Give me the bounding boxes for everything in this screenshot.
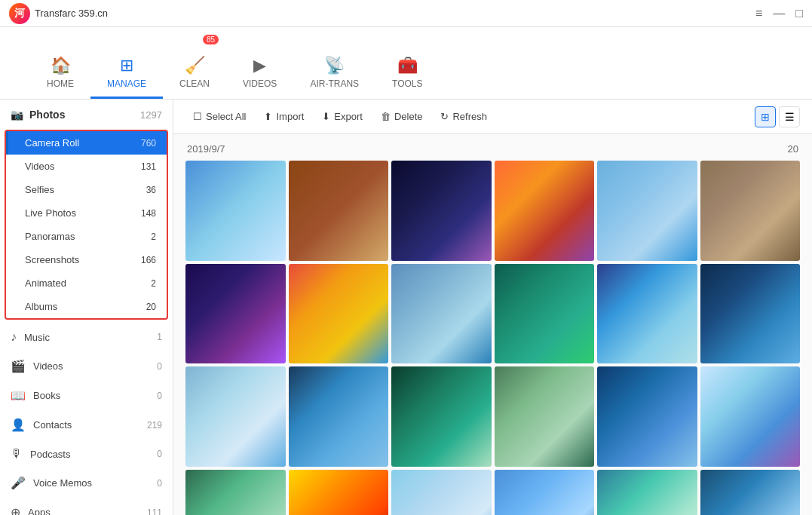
nav-clean[interactable]: 85 🧹 CLEAN xyxy=(163,27,226,99)
camera-roll-count: 760 xyxy=(141,138,156,149)
animated-count: 2 xyxy=(151,278,156,289)
export-label: Export xyxy=(334,111,363,122)
import-button[interactable]: ⬆ Import xyxy=(256,107,311,126)
photo-cell[interactable] xyxy=(597,366,697,467)
nav-home[interactable]: 🏠 HOME xyxy=(30,27,90,99)
sidebar-item-books[interactable]: 📖 Books 0 xyxy=(0,381,173,410)
grid-view-button[interactable]: ⊞ xyxy=(755,106,776,127)
nav-manage[interactable]: ⊞ MANAGE xyxy=(90,27,163,99)
refresh-label: Refresh xyxy=(452,111,487,122)
sidebar-item-animated[interactable]: Animated 2 xyxy=(6,271,167,295)
podcasts-icon: 🎙 xyxy=(11,447,23,461)
select-all-button[interactable]: ☐ Select All xyxy=(185,107,253,126)
albums-label: Albums xyxy=(25,301,57,312)
photo-cell[interactable] xyxy=(185,264,286,364)
sidebar-item-panoramas[interactable]: Panoramas 2 xyxy=(6,225,167,248)
checkbox-icon: ☐ xyxy=(193,111,202,122)
podcasts-count: 0 xyxy=(157,449,162,459)
sidebar-item-apps[interactable]: ⊕ Apps 111 xyxy=(0,498,173,515)
window-controls[interactable]: ≡ — □ xyxy=(755,7,803,20)
photo-cell[interactable] xyxy=(495,366,595,467)
nav-videos[interactable]: ▶ VIDEOS xyxy=(226,27,293,99)
export-icon: ⬇ xyxy=(322,111,330,122)
photo-cell[interactable] xyxy=(289,366,389,467)
voice-memos-count: 0 xyxy=(157,478,162,489)
photo-cell[interactable] xyxy=(495,161,595,261)
photos-section-header: 📷 Photos 1297 xyxy=(0,100,173,127)
app-logo: 河 Transfarc 359.cn xyxy=(9,3,108,24)
photo-cell[interactable] xyxy=(289,264,389,364)
sidebar-item-music[interactable]: ♪ Music 1 xyxy=(0,323,173,351)
photo-cell[interactable] xyxy=(391,161,492,261)
sidebar-item-albums[interactable]: Albums 20 xyxy=(6,295,167,318)
selfies-label: Selfies xyxy=(25,184,54,195)
nav-tools[interactable]: 🧰 TOOLS xyxy=(375,27,439,99)
photo-cell[interactable] xyxy=(289,470,389,516)
videos-label: Videos xyxy=(25,161,55,172)
clean-icon: 🧹 xyxy=(185,56,205,75)
nav-clean-label: CLEAN xyxy=(179,78,210,89)
photo-cell[interactable] xyxy=(700,470,801,516)
nav-videos-label: VIDEOS xyxy=(243,78,277,89)
toolbar: ☐ Select All ⬆ Import ⬇ Export 🗑 Delete … xyxy=(173,100,812,134)
voice-memos-icon: 🎤 xyxy=(11,476,26,490)
photo-cell[interactable] xyxy=(700,264,801,364)
maximize-icon[interactable]: □ xyxy=(795,7,803,20)
photo-cell[interactable] xyxy=(597,470,697,516)
logo-icon: 河 xyxy=(9,3,30,24)
air-trans-icon: 📡 xyxy=(324,56,345,75)
nav-tools-label: TOOLS xyxy=(392,78,422,89)
nav-home-label: HOME xyxy=(47,78,74,89)
trash-icon: 🗑 xyxy=(381,111,391,122)
photo-cell[interactable] xyxy=(495,264,595,364)
screenshots-label: Screenshots xyxy=(25,254,79,265)
music-icon: ♪ xyxy=(11,330,17,344)
photo-cell[interactable] xyxy=(185,470,286,516)
contacts-label: Contacts xyxy=(33,419,72,431)
sidebar-item-camera-roll[interactable]: Camera Roll 760 xyxy=(6,131,167,155)
photo-cell[interactable] xyxy=(700,161,801,261)
refresh-icon: ↻ xyxy=(440,111,449,122)
sidebar-item-videos2[interactable]: 🎬 Videos 0 xyxy=(0,351,173,381)
date-group: 2019/9/7 20 xyxy=(185,143,800,515)
books-label: Books xyxy=(33,390,60,401)
apps-icon: ⊕ xyxy=(11,505,20,515)
contacts-icon: 👤 xyxy=(11,418,26,432)
videos2-icon: 🎬 xyxy=(11,359,26,373)
date-count: 20 xyxy=(788,143,798,155)
logo-text: Transfarc 359.cn xyxy=(35,8,108,19)
photo-cell[interactable] xyxy=(289,161,389,261)
sidebar-item-contacts[interactable]: 👤 Contacts 219 xyxy=(0,410,173,440)
list-view-button[interactable]: ☰ xyxy=(779,106,800,127)
photo-cell[interactable] xyxy=(391,366,492,467)
sidebar-item-videos[interactable]: Videos 131 xyxy=(6,155,167,178)
menu-icon[interactable]: ≡ xyxy=(755,7,762,20)
sidebar-item-selfies[interactable]: Selfies 36 xyxy=(6,178,167,201)
refresh-button[interactable]: ↻ Refresh xyxy=(433,107,495,126)
photo-cell[interactable] xyxy=(597,161,697,261)
live-photos-count: 148 xyxy=(141,208,156,219)
export-button[interactable]: ⬇ Export xyxy=(314,107,370,126)
titlebar: 河 Transfarc 359.cn ≡ — □ xyxy=(0,0,812,27)
photo-cell[interactable] xyxy=(597,264,697,364)
photo-cell[interactable] xyxy=(495,470,595,516)
camera-icon: 📷 xyxy=(11,109,23,121)
photo-cell[interactable] xyxy=(391,470,492,516)
live-photos-label: Live Photos xyxy=(25,207,76,219)
panoramas-count: 2 xyxy=(151,231,156,242)
sidebar-item-live-photos[interactable]: Live Photos 148 xyxy=(6,201,167,225)
nav-air-trans[interactable]: 📡 AIR-TRANS xyxy=(293,27,375,99)
photo-cell[interactable] xyxy=(700,366,801,467)
sidebar-item-podcasts[interactable]: 🎙 Podcasts 0 xyxy=(0,440,173,468)
photo-cell[interactable] xyxy=(391,264,492,364)
photo-cell[interactable] xyxy=(185,366,286,467)
sidebar-item-screenshots[interactable]: Screenshots 166 xyxy=(6,248,167,271)
photo-cell[interactable] xyxy=(185,161,286,261)
sidebar-item-voice-memos[interactable]: 🎤 Voice Memos 0 xyxy=(0,468,173,498)
import-icon: ⬆ xyxy=(264,111,272,122)
podcasts-label: Podcasts xyxy=(30,449,70,460)
delete-button[interactable]: 🗑 Delete xyxy=(373,107,431,126)
minimize-icon[interactable]: — xyxy=(773,7,785,20)
photos-label: Photos xyxy=(29,109,65,121)
books-count: 0 xyxy=(157,391,162,401)
